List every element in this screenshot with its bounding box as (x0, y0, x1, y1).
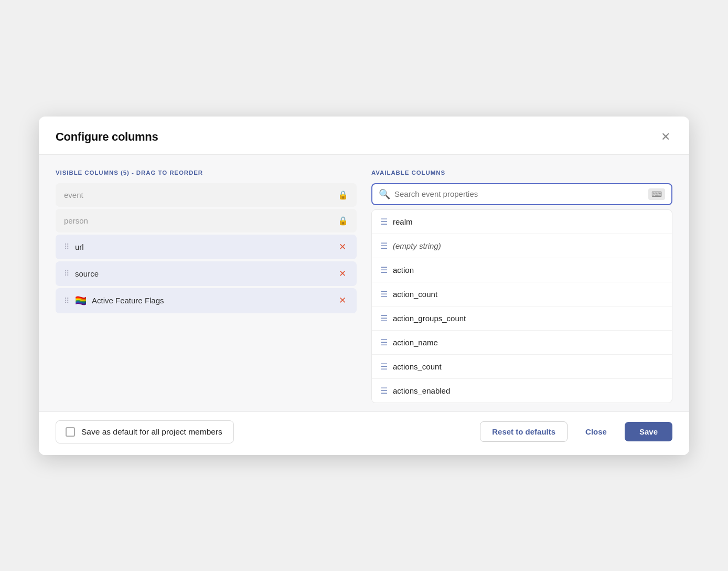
visible-col-active-feature-flags: ⠿ 🏳️‍🌈 Active Feature Flags ✕ (56, 288, 357, 313)
remove-url-button[interactable]: ✕ (337, 241, 348, 252)
col-name-person: person (64, 216, 88, 225)
avail-item-empty-string[interactable]: ☰ (empty string) (372, 234, 672, 258)
visible-columns-list: event 🔒 person 🔒 ⠿ url (56, 183, 357, 313)
visible-columns-label: VISIBLE COLUMNS (5) - DRAG TO REORDER (56, 170, 357, 176)
save-default-checkbox-visual (66, 427, 75, 437)
save-default-text: Save as default for all project members (81, 427, 222, 437)
lock-icon-event: 🔒 (338, 190, 348, 200)
visible-col-url: ⠿ url ✕ (56, 235, 357, 259)
save-default-label-box[interactable]: Save as default for all project members (56, 420, 234, 443)
avail-item-name-actions-enabled: actions_enabled (393, 386, 450, 395)
search-input[interactable] (394, 189, 644, 198)
drag-handle-aff[interactable]: ⠿ (64, 297, 70, 305)
col-name-aff: Active Feature Flags (92, 296, 164, 305)
list-icon: ☰ (380, 362, 388, 372)
lock-icon-person: 🔒 (338, 216, 348, 226)
avail-item-name-action-name: action_name (393, 338, 438, 347)
dialog-footer: Save as default for all project members … (39, 411, 689, 455)
dialog-close-button[interactable]: ✕ (659, 129, 672, 145)
avail-item-name-empty-string: (empty string) (393, 241, 441, 250)
visible-col-person: person 🔒 (56, 209, 357, 232)
list-icon: ☰ (380, 289, 388, 299)
avail-item-action-groups-count[interactable]: ☰ action_groups_count (372, 306, 672, 331)
close-button[interactable]: Close (575, 422, 617, 441)
keyboard-icon: ⌨ (648, 188, 665, 200)
list-icon: ☰ (380, 217, 388, 227)
avail-item-actions-enabled[interactable]: ☰ actions_enabled (372, 379, 672, 403)
visible-columns-panel: VISIBLE COLUMNS (5) - DRAG TO REORDER ev… (56, 170, 357, 403)
available-columns-list: ☰ realm ☰ (empty string) ☰ action ☰ acti… (371, 209, 672, 403)
remove-source-button[interactable]: ✕ (337, 268, 348, 279)
list-icon: ☰ (380, 313, 388, 323)
avail-item-action-name[interactable]: ☰ action_name (372, 331, 672, 355)
footer-left: Save as default for all project members (56, 420, 234, 443)
dialog-header: Configure columns ✕ (39, 117, 689, 155)
col-name-event: event (64, 191, 83, 199)
dialog-title: Configure columns (56, 130, 158, 144)
avail-item-action-count[interactable]: ☰ action_count (372, 282, 672, 306)
col-name-url: url (75, 242, 84, 251)
remove-aff-button[interactable]: ✕ (337, 295, 348, 306)
avail-item-name-actions-count: actions_count (393, 362, 442, 371)
avail-item-realm[interactable]: ☰ realm (372, 210, 672, 234)
avail-item-name-action: action (393, 266, 414, 274)
list-icon: ☰ (380, 386, 388, 396)
avail-item-actions-count[interactable]: ☰ actions_count (372, 355, 672, 379)
drag-handle-source[interactable]: ⠿ (64, 269, 70, 278)
configure-columns-dialog: Configure columns ✕ VISIBLE COLUMNS (5) … (39, 117, 689, 455)
reset-defaults-button[interactable]: Reset to defaults (480, 421, 568, 442)
avail-item-name-action-count: action_count (393, 290, 437, 299)
avail-item-name-realm: realm (393, 217, 413, 226)
col-name-source: source (75, 269, 99, 278)
avail-item-action[interactable]: ☰ action (372, 258, 672, 282)
dialog-body: VISIBLE COLUMNS (5) - DRAG TO REORDER ev… (39, 155, 689, 411)
drag-handle-url[interactable]: ⠿ (64, 242, 70, 251)
visible-col-source: ⠿ source ✕ (56, 261, 357, 286)
available-columns-label: AVAILABLE COLUMNS (371, 170, 672, 176)
flag-icon: 🏳️‍🌈 (75, 295, 87, 306)
save-button[interactable]: Save (625, 422, 672, 441)
list-icon: ☰ (380, 241, 388, 251)
avail-item-name-action-groups-count: action_groups_count (393, 314, 466, 323)
list-icon: ☰ (380, 337, 388, 347)
footer-right: Reset to defaults Close Save (480, 421, 672, 442)
visible-col-event: event 🔒 (56, 183, 357, 207)
search-box: 🔍 ⌨ (371, 183, 672, 205)
list-icon: ☰ (380, 265, 388, 275)
available-columns-panel: AVAILABLE COLUMNS 🔍 ⌨ ☰ realm ☰ (empty s… (371, 170, 672, 403)
search-icon: 🔍 (379, 188, 390, 200)
